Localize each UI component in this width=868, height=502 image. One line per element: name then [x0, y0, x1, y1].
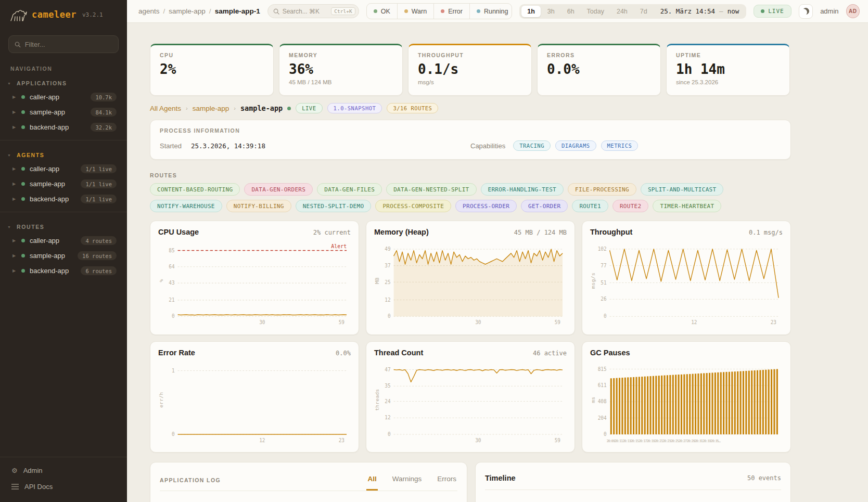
- route-chip[interactable]: DATA-GEN-ORDERS: [244, 183, 313, 196]
- range-24h[interactable]: 24h: [611, 6, 633, 17]
- chevron-right-icon: ▶: [12, 238, 17, 243]
- chart-current-value: 2% current: [313, 229, 351, 236]
- sidebar-item-app-caller[interactable]: ▶ caller-app 10.7k: [0, 89, 127, 105]
- app-logo[interactable]: cameleer v3.2.1: [0, 0, 127, 28]
- route-chip[interactable]: ROUTE1: [572, 200, 608, 212]
- application-log-title: APPLICATION LOG: [160, 465, 221, 491]
- route-chip[interactable]: CONTENT-BASED-ROUTING: [150, 183, 240, 196]
- chart-current-value: 0.1 msg/s: [749, 229, 783, 236]
- svg-text:35: 35: [385, 383, 390, 389]
- date-range[interactable]: 25. März 14:54 — now: [660, 7, 739, 15]
- route-chip[interactable]: NOTIFY-WAREHOUSE: [150, 200, 222, 212]
- error-rate-chart[interactable]: 101223err/h: [158, 359, 351, 445]
- chart-card-gc-pauses: GC Pauses 815611408204020:0920:1120:1320…: [582, 341, 791, 453]
- route-chip[interactable]: TIMER-HEARTBEAT: [653, 200, 721, 212]
- nav-section-header-applications[interactable]: ▼ APPLICATIONS: [0, 76, 127, 89]
- route-chip[interactable]: ROUTE2: [612, 200, 649, 212]
- filter-running[interactable]: Running: [469, 4, 512, 19]
- svg-text:43: 43: [169, 280, 174, 286]
- range-3h[interactable]: 3h: [542, 6, 560, 17]
- route-chip[interactable]: NESTED-SPLIT-DEMO: [296, 200, 372, 212]
- route-chip[interactable]: GET-ORDER: [521, 200, 568, 212]
- breadcrumb-sample-app[interactable]: sample-app: [169, 7, 206, 15]
- footer-item-label: API Docs: [24, 483, 53, 491]
- sidebar-item-admin[interactable]: ⚙ Admin: [6, 462, 121, 479]
- filter-error[interactable]: Error: [433, 4, 469, 19]
- route-chip[interactable]: PROCESS-ORDER: [455, 200, 517, 212]
- range-1h[interactable]: 1h: [521, 6, 541, 17]
- sidebar-item-routes-sample[interactable]: ▶ sample-app 16 routes: [0, 248, 127, 263]
- agent-crumb-all[interactable]: All Agents: [150, 105, 181, 112]
- nav-section-header-agents[interactable]: ▼ AGENTS: [0, 148, 127, 161]
- tab-errors[interactable]: Errors: [436, 462, 457, 491]
- route-chip[interactable]: FILE-PROCESSING: [568, 183, 636, 196]
- range-6h[interactable]: 6h: [561, 6, 580, 17]
- metric-card-throughput[interactable]: THROUGHPUT 0.1/s msg/s: [408, 44, 532, 96]
- filter-warn[interactable]: Warn: [397, 4, 433, 19]
- nav-item-label: sample-app: [30, 252, 73, 260]
- breadcrumb-agents[interactable]: agents: [138, 7, 160, 15]
- metric-card-cpu[interactable]: CPU 2%: [150, 44, 274, 96]
- metric-card-uptime[interactable]: UPTIME 1h 14m since 25.3.2026: [666, 44, 790, 96]
- svg-text:51: 51: [601, 279, 606, 286]
- tab-all[interactable]: All: [366, 462, 377, 491]
- sidebar-item-app-backend[interactable]: ▶ backend-app 32.2k: [0, 120, 127, 135]
- capability-metrics[interactable]: METRICS: [601, 140, 639, 151]
- filter-ok[interactable]: OK: [367, 4, 397, 19]
- metric-card-memory[interactable]: MEMORY 36% 45 MB / 124 MB: [279, 44, 403, 96]
- route-chip[interactable]: DATA-GEN-FILES: [317, 183, 382, 196]
- status-dot: [21, 110, 25, 114]
- svg-text:0: 0: [388, 431, 391, 437]
- throughput-chart[interactable]: 10277512601223msg/s: [590, 238, 783, 328]
- gc-pauses-chart[interactable]: 815611408204020:0920:1120:1320:1520:1720…: [590, 359, 783, 445]
- route-chip[interactable]: SPLIT-AND-MULTICAST: [641, 183, 724, 196]
- top-bar: agents / sample-app / sample-app-1 Ctrl+…: [127, 0, 868, 23]
- route-chip[interactable]: DATA-GEN-NESTED-SPLIT: [386, 183, 476, 196]
- sidebar-filter[interactable]: [8, 35, 119, 53]
- thread-count-chart[interactable]: 4735241203059threads: [374, 359, 567, 445]
- global-search[interactable]: Ctrl+K: [267, 4, 359, 18]
- search-input[interactable]: [283, 8, 328, 15]
- sidebar-item-routes-caller[interactable]: ▶ caller-app 4 routes: [0, 233, 127, 248]
- svg-text:204: 204: [598, 415, 607, 420]
- svg-text:26: 26: [601, 296, 606, 302]
- navigation-label: NAVIGATION: [10, 66, 117, 72]
- agent-pill-live[interactable]: LIVE: [296, 103, 322, 113]
- svg-text:12: 12: [385, 415, 390, 420]
- capability-tracing[interactable]: TRACING: [513, 140, 551, 151]
- range-7d[interactable]: 7d: [634, 6, 653, 17]
- nav-section-header-routes[interactable]: ▼ ROUTES: [0, 220, 127, 233]
- theme-toggle[interactable]: [799, 4, 813, 19]
- svg-text:64: 64: [169, 264, 174, 270]
- cpu-usage-chart[interactable]: 8564432103059%Alert: [158, 238, 351, 328]
- metric-card-errors[interactable]: ERRORS 0.0%: [537, 44, 661, 96]
- sidebar-item-api-docs[interactable]: API Docs: [6, 479, 121, 495]
- memory-heap-chart[interactable]: 4937251203059MB: [374, 238, 567, 328]
- filter-label: Error: [448, 8, 463, 15]
- sidebar-filter-input[interactable]: [25, 41, 112, 48]
- route-chip[interactable]: PROCESS-COMPOSITE: [375, 200, 451, 212]
- route-chip[interactable]: NOTIFY-BILLING: [226, 200, 291, 212]
- range-today[interactable]: Today: [581, 6, 610, 17]
- sidebar-item-agent-sample[interactable]: ▶ sample-app 1/1 live: [0, 176, 127, 191]
- agent-pill-version[interactable]: 1.0-SNAPSHOT: [327, 103, 382, 113]
- sidebar-item-agent-backend[interactable]: ▶ backend-app 1/1 live: [0, 191, 127, 207]
- sidebar-item-app-sample[interactable]: ▶ sample-app 84.1k: [0, 105, 127, 120]
- route-chip[interactable]: ERROR-HANDLING-TEST: [481, 183, 564, 196]
- sidebar-item-agent-caller[interactable]: ▶ caller-app 1/1 live: [0, 161, 127, 176]
- agent-crumb-app[interactable]: sample-app: [193, 105, 229, 112]
- tab-warnings[interactable]: Warnings: [391, 462, 423, 491]
- status-dot: [21, 239, 25, 242]
- metric-label: ERRORS: [547, 52, 651, 58]
- svg-text:23: 23: [771, 319, 776, 326]
- chart-card-error-rate: Error Rate 0.0% 101223err/h: [150, 341, 359, 453]
- agent-pill-routes[interactable]: 3/16 ROUTES: [387, 103, 438, 113]
- svg-text:0: 0: [604, 313, 607, 319]
- chevron-right-icon: ▶: [12, 253, 17, 258]
- svg-text:85: 85: [169, 247, 174, 253]
- avatar[interactable]: AD: [846, 4, 860, 18]
- live-indicator[interactable]: LIVE: [754, 5, 792, 18]
- capability-diagrams[interactable]: DIAGRAMS: [555, 140, 596, 151]
- chart-title: GC Pauses: [590, 349, 630, 357]
- sidebar-item-routes-backend[interactable]: ▶ backend-app 6 routes: [0, 263, 127, 278]
